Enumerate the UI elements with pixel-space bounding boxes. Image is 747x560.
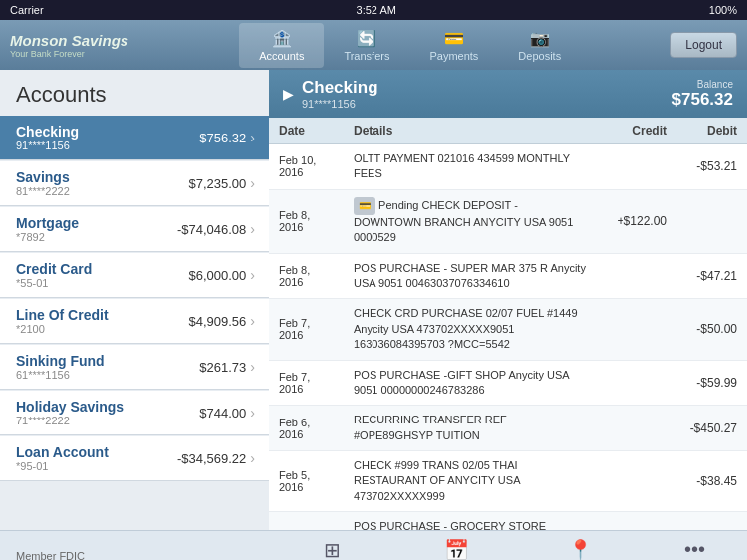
content-account-name: Checking [302,78,378,98]
calendar-icon: 📅 [444,538,469,561]
transaction-rows: Feb 10, 2016 OLTT PAYMENT 021016 434599 … [269,144,747,531]
account-item-undefined[interactable]: Loan Account *95-01 -$34,569.22 › [0,436,269,481]
tab-transfers-label: Transfers [344,50,389,62]
bottom-nav-more[interactable]: ••• More [683,538,706,560]
tab-transfers[interactable]: 🔄 Transfers [324,23,409,68]
trans-credit [598,360,677,406]
trans-date: Feb 10, 2016 [269,144,344,190]
account-right: $756.32 › [199,130,255,145]
account-item-undefined[interactable]: Sinking Fund 61****1156 $261.73 › [0,345,269,390]
col-details: Details [344,118,598,144]
locations-icon: 📍 [568,538,593,561]
tab-payments-label: Payments [429,50,478,62]
account-number: 61****1156 [16,369,105,381]
account-name: Sinking Fund [16,353,105,369]
account-item-undefined[interactable]: Mortgage *7892 -$74,046.08 › [0,207,269,252]
account-left: Credit Card *55-01 [16,261,92,289]
col-debit: Debit [677,118,747,144]
table-row: Feb 5, 2016 CHECK #999 TRANS 02/05 THAI … [269,451,747,512]
account-item-undefined[interactable]: Line Of Credit *2100 $4,909.56 › [0,299,269,344]
account-number: 71****2222 [16,415,124,426]
account-right: -$74,046.08 › [177,221,255,237]
carrier-label: Carrier [10,4,44,16]
bottom-nav-calendar[interactable]: 📅 Calendar [436,538,477,561]
account-balance: $6,000.00 [188,268,246,283]
bottom-nav-locations[interactable]: 📍 Locations [559,538,602,561]
trans-debit: -$59.99 [677,360,747,406]
bottom-nav: ⊞ Calculator 📅 Calendar 📍 Locations ••• … [269,531,747,560]
deposits-icon: 📷 [530,29,550,48]
deposit-icon: 💳 [354,197,375,215]
tab-accounts[interactable]: 🏦 Accounts [239,23,324,68]
trans-details: RECURRING TRANSFER REF #OPE89GHSYP TUITI… [344,406,598,451]
account-right: $261.73 › [199,359,255,375]
trans-date: Feb 8, 2016 [269,253,344,299]
content-title-group: Checking 91****1156 [302,78,378,110]
account-balance: $4,909.56 [188,314,246,329]
bottom-nav-calculator[interactable]: ⊞ Calculator [310,538,355,561]
trans-details: CHECK #999 TRANS 02/05 THAI RESTAURANT O… [344,451,598,512]
battery-label: 100% [709,4,737,16]
trans-debit: -$38.45 [677,451,747,512]
chevron-right-icon: › [250,221,255,237]
account-number: *7892 [16,231,79,243]
trans-credit: +$122.00 [598,189,677,253]
accounts-icon: 🏦 [272,29,292,48]
trans-credit [598,253,677,299]
trans-details: POS PURCHASE -GIFT SHOP Anycity USA 9051… [344,360,598,406]
trans-credit [598,512,677,530]
col-date: Date [269,118,344,144]
account-item-undefined[interactable]: Holiday Savings 71****2222 $744.00 › [0,391,269,435]
trans-details: CHECK CRD PURCHASE 02/07 FUEL #1449 Anyc… [344,299,598,360]
trans-credit [598,299,677,360]
chevron-right-icon: › [250,359,255,375]
more-icon: ••• [684,538,705,560]
account-number: *95-01 [16,460,109,472]
tab-deposits[interactable]: 📷 Deposits [498,23,581,68]
calculator-icon: ⊞ [324,538,341,561]
logout-button[interactable]: Logout [670,32,737,58]
trans-debit: -$47.21 [677,253,747,299]
tab-accounts-label: Accounts [259,50,304,62]
accounts-sidebar: Accounts Checking 91****1156 $756.32 › S… [0,70,269,530]
trans-debit: -$53.21 [677,144,747,190]
table-row: Feb 8, 2016 💳 Pending CHECK DEPOSIT - DO… [269,189,747,253]
balance-label: Balance [672,79,733,90]
account-left: Loan Account *95-01 [16,444,109,472]
trans-details: OLTT PAYMENT 021016 434599 MONTHLY FEES [344,144,598,190]
trans-date: Feb 7, 2016 [269,360,344,406]
transaction-table: Date Details Credit Debit Feb 10, 2016 O… [269,118,747,530]
chevron-right-icon: › [250,130,255,145]
transaction-table-container[interactable]: Date Details Credit Debit Feb 10, 2016 O… [269,118,747,530]
account-item-undefined[interactable]: Checking 91****1156 $756.32 › [0,116,269,160]
table-row: Feb 7, 2016 POS PURCHASE -GIFT SHOP Anyc… [269,360,747,406]
account-number: *55-01 [16,277,92,289]
tab-deposits-label: Deposits [518,50,561,62]
chevron-right-icon: › [250,267,255,283]
account-number: *2100 [16,323,109,335]
account-item-undefined[interactable]: Credit Card *55-01 $6,000.00 › [0,253,269,298]
trans-debit [677,189,747,253]
trans-date: Feb 8, 2016 [269,189,344,253]
account-item-undefined[interactable]: Savings 81****2222 $7,235.00 › [0,161,269,206]
account-number: 91****1156 [16,140,79,151]
trans-details: POS PURCHASE - GROCERY STORE HIGHWAY 22 … [344,512,598,530]
tab-payments[interactable]: 💳 Payments [409,23,498,68]
trans-credit [598,406,677,451]
content-area: ▶ Checking 91****1156 Balance $756.32 Da… [269,70,747,530]
content-header-left: ▶ Checking 91****1156 [283,78,378,110]
account-name: Holiday Savings [16,399,124,415]
status-bar: Carrier 3:52 AM 100% [0,0,747,20]
trans-details: POS PURCHASE - SUPER MAR 375 R Anycity U… [344,253,598,299]
transfers-icon: 🔄 [357,29,376,48]
brand-tagline: Your Bank Forever [10,49,149,59]
table-row: Feb 5, 2016 POS PURCHASE - GROCERY STORE… [269,512,747,530]
chevron-right-icon: › [250,405,255,420]
account-left: Holiday Savings 71****2222 [16,399,124,426]
table-row: Feb 7, 2016 CHECK CRD PURCHASE 02/07 FUE… [269,299,747,360]
account-right: -$34,569.22 › [177,450,255,466]
chevron-right-icon: › [250,450,255,466]
nav-tabs: 🏦 Accounts 🔄 Transfers 💳 Payments 📷 Depo… [149,23,670,68]
trans-credit [598,451,677,512]
trans-debit: -$127.08 [677,512,747,530]
